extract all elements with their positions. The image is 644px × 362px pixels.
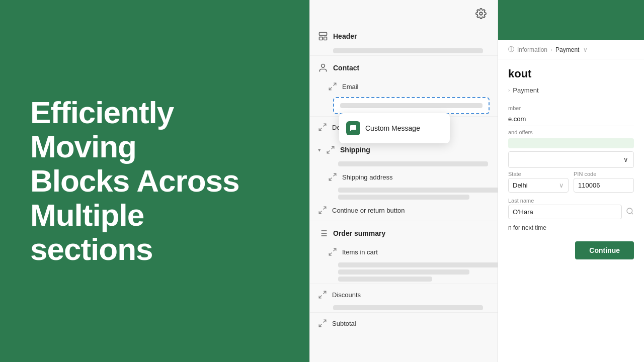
checkout-preview: ⓘ Information › Payment ∨ kout › Payment…: [498, 0, 644, 362]
resize-icon-cart: [328, 247, 337, 256]
checkout-title: kout: [498, 59, 644, 84]
resize-icon-shipping-addr: [328, 172, 337, 182]
right-preview-panel: ⓘ Information › Payment ∨ kout › Payment…: [498, 0, 644, 362]
svg-line-9: [332, 146, 334, 149]
order-summary-row[interactable]: Order summary: [310, 223, 498, 243]
svg-line-24: [319, 296, 321, 298]
select-dropdown[interactable]: ∨: [508, 151, 634, 168]
svg-point-27: [627, 208, 632, 214]
order-summary-section: Order summary Items in cart: [310, 223, 498, 282]
cart-skeleton3: [338, 277, 432, 282]
shipping-skeleton2: [338, 188, 498, 193]
submit-button[interactable]: Continue: [575, 241, 634, 259]
layout-icon: [318, 31, 328, 41]
checkout-top-bar: [498, 0, 644, 40]
custom-message-dropdown: Custom Message: [339, 113, 450, 143]
items-in-cart-item[interactable]: Items in cart: [310, 243, 498, 260]
svg-line-12: [329, 178, 332, 180]
payment-label: Payment: [513, 86, 538, 94]
subtotal-label: Subtotal: [332, 320, 356, 327]
svg-rect-2: [319, 37, 323, 40]
header-section: Header: [310, 26, 498, 53]
breadcrumb-information[interactable]: Information: [517, 46, 547, 53]
custom-message-item[interactable]: Custom Message: [339, 116, 450, 140]
svg-point-0: [479, 12, 482, 15]
person-icon: [318, 63, 328, 73]
contact-section: Contact Email: [310, 58, 498, 114]
subtotal-item[interactable]: Subtotal: [310, 315, 498, 332]
contact-section-row[interactable]: Contact: [310, 58, 498, 78]
gear-icon[interactable]: [475, 8, 490, 22]
resize-icon-shipping: [326, 145, 335, 154]
resize-icon-email: [328, 82, 337, 91]
continue-button-item[interactable]: Continue or return button: [310, 202, 498, 219]
state-label: State: [508, 171, 569, 177]
last-name-row: O'Hara: [508, 205, 634, 219]
resize-icon-delivery: [318, 123, 327, 132]
svg-line-10: [327, 151, 330, 153]
last-name-section: Last name O'Hara: [508, 198, 634, 219]
payment-row: › Payment: [498, 84, 644, 100]
chevron-down-icon: ▾: [318, 147, 321, 153]
cart-skeleton2: [338, 269, 469, 275]
items-in-cart-label: Items in cart: [342, 248, 378, 256]
discounts-label: Discounts: [332, 291, 361, 299]
svg-line-23: [324, 291, 326, 294]
shipping-address-label: Shipping address: [342, 173, 392, 181]
shipping-address-item[interactable]: Shipping address: [310, 168, 498, 186]
pin-label: PIN code: [574, 171, 634, 177]
custom-message-icon: [346, 121, 360, 135]
chevron-right-icon: ›: [508, 87, 510, 93]
shipping-skeleton3: [338, 195, 469, 200]
shipping-label: Shipping: [340, 146, 370, 154]
svg-line-7: [324, 124, 326, 126]
info-icon: ⓘ: [508, 45, 514, 54]
green-input-field[interactable]: [508, 138, 634, 148]
search-icon[interactable]: [626, 207, 634, 217]
svg-line-21: [334, 248, 336, 251]
svg-line-5: [334, 83, 336, 85]
order-summary-label: Order summary: [333, 229, 385, 237]
continue-button-label: Continue or return button: [332, 207, 405, 214]
pin-field: PIN code 110006: [574, 171, 634, 193]
cart-skeleton1: [338, 262, 498, 267]
last-name-value: O'Hara: [508, 205, 622, 219]
svg-rect-3: [324, 37, 327, 40]
pin-value: 110006: [574, 178, 634, 193]
contact-label: Contact: [333, 64, 359, 72]
shipping-section: ▾ Shipping Shipping address: [310, 140, 498, 200]
breadcrumb: ⓘ Information › Payment ∨: [498, 40, 644, 59]
state-field: State Delhi ∨: [508, 171, 569, 193]
header-section-row[interactable]: Header: [310, 26, 498, 46]
number-label: mber: [508, 105, 634, 111]
breadcrumb-payment: Payment: [555, 46, 579, 53]
state-pin-row: State Delhi ∨ PIN code 110006: [508, 171, 634, 193]
svg-line-22: [329, 253, 332, 255]
header-label: Header: [333, 32, 357, 40]
list-icon: [318, 228, 328, 238]
svg-line-28: [631, 213, 633, 214]
save-label: n for next time: [508, 224, 546, 231]
header-skeleton: [333, 48, 483, 53]
submit-area: Continue: [498, 236, 644, 264]
form-section: mber e.com and offers ∨ State Delhi ∨: [498, 105, 644, 219]
select-value: [514, 156, 516, 163]
discounts-item[interactable]: Discounts: [310, 286, 498, 303]
email-sub-item[interactable]: Email: [310, 78, 498, 95]
select-chevron-icon: ∨: [623, 156, 628, 163]
breadcrumb-chevron: ∨: [583, 46, 588, 53]
svg-line-26: [319, 324, 321, 327]
state-value: Delhi ∨: [508, 178, 569, 193]
svg-line-11: [334, 173, 336, 176]
last-name-label: Last name: [508, 198, 634, 204]
svg-line-25: [324, 320, 326, 322]
editor-panel: Header Contact Email: [309, 0, 498, 362]
svg-point-4: [321, 64, 325, 68]
resize-icon-subtotal: [318, 319, 327, 328]
email-skeleton-inside: [340, 103, 482, 108]
save-row: n for next time: [498, 219, 644, 236]
hero-headline: Efficiently Moving Blocks Across Multipl…: [30, 96, 239, 267]
left-hero-panel: Efficiently Moving Blocks Across Multipl…: [0, 0, 309, 362]
shipping-skeleton1: [338, 161, 488, 166]
email-dashed-box[interactable]: Custom Message: [333, 97, 490, 114]
